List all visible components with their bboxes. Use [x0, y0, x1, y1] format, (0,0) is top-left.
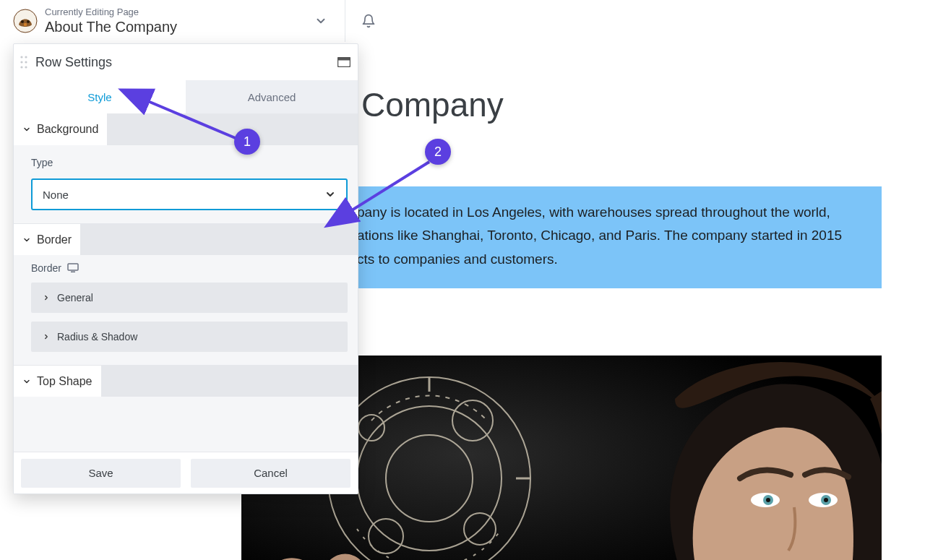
- editing-label: Currently Editing Page: [45, 7, 177, 18]
- panel-body: Background Type None Border: [14, 113, 358, 452]
- svg-rect-28: [71, 272, 75, 273]
- svg-point-23: [20, 66, 22, 68]
- row-settings-panel: Row Settings Style Advanced Background: [13, 43, 358, 494]
- section-background[interactable]: Background: [14, 113, 358, 145]
- panel-scroll[interactable]: Background Type None Border: [14, 113, 358, 452]
- chevron-down-icon: [22, 236, 31, 244]
- chevron-down-icon: [22, 377, 31, 386]
- panel-footer: Save Cancel: [14, 452, 358, 494]
- panel-header[interactable]: Row Settings: [14, 44, 358, 80]
- page-title[interactable]: About The Company: [45, 18, 177, 35]
- section-border[interactable]: Border: [14, 223, 358, 255]
- sub-acc-label: Radius & Shadow: [57, 331, 137, 343]
- border-sub-label: Border: [31, 262, 348, 274]
- type-select[interactable]: None: [31, 178, 348, 210]
- svg-point-18: [824, 498, 828, 502]
- save-button[interactable]: Save: [21, 459, 181, 488]
- panel-tabs: Style Advanced: [14, 80, 358, 113]
- svg-point-22: [25, 61, 27, 63]
- chevron-down-icon[interactable]: [314, 14, 327, 27]
- sub-acc-label: General: [57, 292, 93, 303]
- svg-point-1: [21, 20, 24, 23]
- chevron-right-icon: [43, 333, 50, 340]
- svg-point-20: [25, 56, 27, 58]
- cancel-button[interactable]: Cancel: [191, 459, 350, 488]
- tab-style[interactable]: Style: [14, 80, 186, 113]
- chevron-down-icon: [324, 189, 336, 200]
- drag-handle-icon[interactable]: [17, 52, 31, 72]
- svg-rect-3: [24, 23, 27, 26]
- section-label: Top Shape: [37, 375, 92, 388]
- window-icon[interactable]: [337, 57, 350, 67]
- select-value: None: [43, 189, 69, 201]
- border-radius-shadow[interactable]: Radius & Shadow: [31, 322, 348, 352]
- svg-point-24: [25, 66, 27, 68]
- page-heading: Company: [361, 85, 504, 124]
- chevron-down-icon: [22, 125, 31, 134]
- page-meta: Currently Editing Page About The Company: [45, 7, 177, 35]
- desktop-icon[interactable]: [67, 263, 79, 273]
- section-top-shape[interactable]: Top Shape: [14, 365, 358, 397]
- row-paragraph: pany is located in Los Angeles, with war…: [357, 204, 842, 267]
- svg-point-19: [20, 56, 22, 58]
- sub-label-text: Border: [31, 262, 61, 274]
- field-label: Type: [31, 157, 348, 168]
- bell-icon[interactable]: [361, 14, 376, 28]
- section-label: Background: [37, 123, 98, 136]
- svg-point-2: [27, 20, 30, 23]
- app-logo: [13, 9, 38, 33]
- tab-advanced[interactable]: Advanced: [186, 80, 358, 113]
- svg-point-17: [766, 498, 770, 502]
- section-label: Border: [37, 233, 72, 246]
- panel-title: Row Settings: [35, 55, 112, 70]
- topbar-left: Currently Editing Page About The Company: [0, 0, 345, 42]
- field-type: Type None: [14, 145, 358, 223]
- chevron-right-icon: [43, 294, 50, 301]
- svg-rect-26: [338, 58, 350, 61]
- border-general[interactable]: General: [31, 283, 348, 313]
- svg-point-21: [20, 61, 22, 63]
- border-sub-block: Border General: [14, 255, 358, 365]
- svg-rect-27: [68, 264, 78, 270]
- topbar: Currently Editing Page About The Company: [0, 0, 951, 42]
